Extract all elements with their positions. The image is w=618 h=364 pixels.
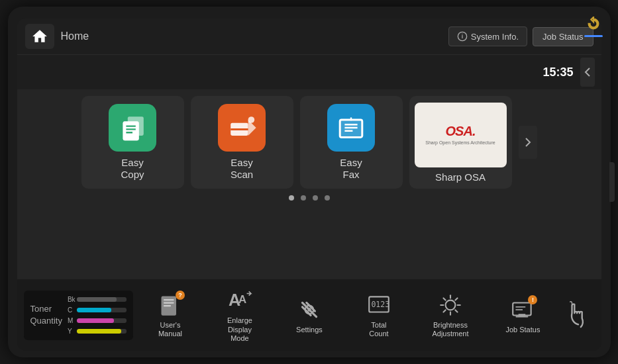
svg-line-38 [455, 298, 457, 300]
time-row: 15:35 [17, 55, 601, 89]
header: Home i System Info. Job Status [17, 19, 601, 55]
osa-subtitle: Sharp Open Systems Architecture [425, 140, 495, 146]
osa-logo-text: OSA. [446, 124, 476, 139]
svg-point-11 [248, 116, 255, 123]
brightness-button[interactable]: BrightnessAdjustment [427, 289, 474, 341]
settings-label: Settings [296, 326, 323, 334]
total-count-label: TotalCount [369, 321, 388, 338]
svg-text:i: i [462, 33, 463, 40]
enlarge-display-icon: A A [227, 287, 253, 314]
users-manual-label: User'sManual [158, 321, 182, 338]
svg-text:A: A [238, 294, 246, 306]
toner-letter-m: M [68, 317, 74, 324]
toner-letter-bk: Bk [68, 296, 74, 303]
job-status-bottom-button[interactable]: ! Job Status [500, 294, 545, 337]
brightness-label: BrightnessAdjustment [432, 321, 468, 338]
app-tile-easy-scan[interactable]: EasyScan [191, 96, 293, 189]
top-right-indicator [584, 15, 603, 37]
app-tile-easy-fax[interactable]: EasyFax [300, 96, 403, 189]
svg-rect-40 [513, 302, 531, 315]
toner-row-c: C [68, 306, 127, 314]
users-manual-icon: ? [157, 292, 183, 318]
home-button[interactable] [25, 24, 54, 49]
easy-fax-label: EasyFax [340, 157, 362, 181]
easy-copy-label: EasyCopy [121, 157, 144, 181]
dot-4 [325, 195, 330, 201]
svg-line-36 [443, 298, 445, 300]
touch-icon-area [562, 299, 595, 331]
toner-bar-c-fill [77, 308, 111, 312]
brightness-icon [437, 292, 464, 318]
svg-rect-19 [164, 299, 174, 300]
toner-bars: Bk C M [68, 296, 127, 335]
physical-side-button[interactable] [609, 162, 615, 202]
toner-bar-bk-fill [77, 297, 117, 302]
apps-row: EasyCopy EasyScan [17, 96, 601, 189]
total-count-icon: 0123 [366, 292, 392, 318]
toner-letter-c: C [68, 306, 74, 314]
toner-row-m: M [68, 317, 127, 324]
svg-rect-44 [516, 316, 529, 317]
time-display: 15:35 [542, 66, 573, 79]
bottom-actions: ? User'sManual A A EnlargeDisplayMode [136, 285, 559, 345]
sharp-osa-label: Sharp OSA [435, 171, 486, 183]
job-status-bottom-label: Job Status [505, 326, 540, 334]
easy-scan-icon [218, 104, 266, 152]
status-bar [584, 35, 603, 37]
toner-bar-c-bg [77, 308, 127, 312]
svg-rect-20 [164, 302, 174, 304]
bottom-bar: TonerQuantity Bk C [17, 279, 601, 351]
easy-scan-label: EasyScan [231, 157, 253, 181]
toner-bar-m-bg [77, 318, 127, 323]
toner-label: TonerQuantity [30, 303, 62, 327]
app-tile-easy-copy[interactable]: EasyCopy [81, 96, 184, 189]
osa-logo-area: OSA. Sharp Open Systems Architecture [415, 103, 507, 167]
job-status-badge: ! [528, 295, 537, 304]
dot-3 [313, 195, 318, 201]
pagination-dots [289, 195, 330, 201]
nav-arrow-left[interactable] [580, 58, 595, 87]
users-manual-button[interactable]: ? User'sManual [148, 289, 191, 341]
svg-line-39 [443, 310, 445, 312]
toner-bar-y-fill [77, 329, 121, 334]
home-label: Home [61, 30, 442, 42]
total-count-button[interactable]: 0123 TotalCount [357, 289, 400, 341]
users-manual-badge: ? [176, 291, 185, 300]
svg-rect-21 [164, 305, 171, 306]
toner-bar-bk-bg [77, 297, 127, 302]
header-right-controls: i System Info. Job Status [448, 26, 593, 46]
svg-rect-4 [123, 121, 139, 140]
enlarge-display-button[interactable]: A A EnlargeDisplayMode [218, 285, 261, 345]
svg-point-31 [446, 300, 456, 310]
sharp-osa-content: OSA. Sharp Open Systems Architecture Sha… [409, 96, 512, 189]
screen: Home i System Info. Job Status 15:35 [17, 19, 601, 351]
toner-row-bk: Bk [68, 296, 127, 303]
main-content: EasyCopy EasyScan [17, 89, 601, 279]
svg-rect-43 [519, 314, 526, 316]
easy-copy-icon [109, 104, 156, 152]
settings-icon [296, 296, 323, 323]
enlarge-display-label: EnlargeDisplayMode [227, 316, 252, 343]
toner-bar-m-fill [77, 318, 114, 323]
toner-section: TonerQuantity Bk C [24, 291, 133, 340]
toner-bar-y-bg [77, 329, 127, 334]
settings-button[interactable]: Settings [287, 294, 331, 337]
app-tile-sharp-osa[interactable]: OSA. Sharp Open Systems Architecture Sha… [409, 96, 512, 189]
job-status-bottom-icon: ! [509, 296, 536, 323]
dot-1 [289, 195, 294, 201]
svg-point-28 [307, 308, 311, 311]
toner-letter-y: Y [68, 328, 74, 335]
system-info-button[interactable]: i System Info. [448, 26, 527, 46]
nav-arrow-right[interactable] [519, 126, 537, 159]
dot-2 [301, 195, 306, 201]
refresh-icon [584, 15, 603, 33]
svg-line-37 [455, 310, 457, 312]
toner-row-y: Y [68, 328, 127, 335]
easy-fax-icon [327, 104, 375, 152]
device: Home i System Info. Job Status 15:35 [8, 7, 611, 357]
svg-text:0123: 0123 [371, 300, 389, 309]
